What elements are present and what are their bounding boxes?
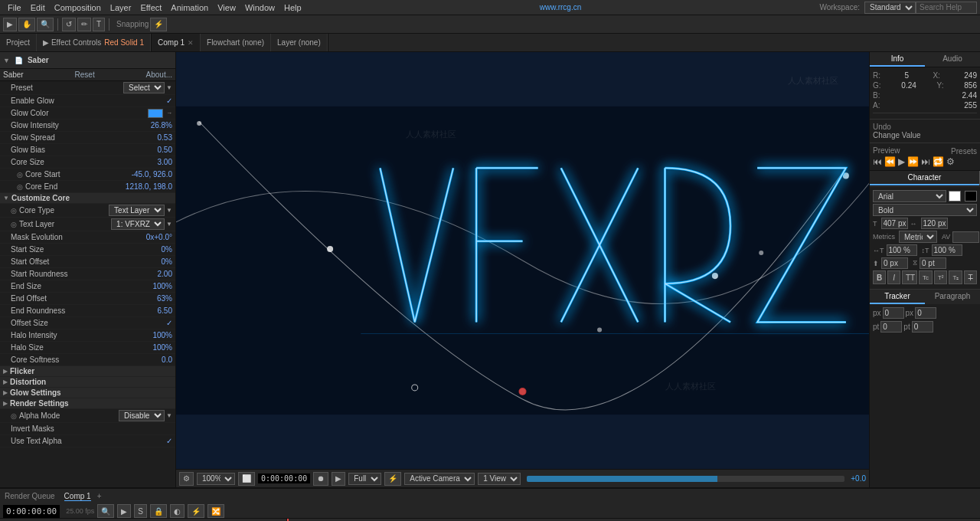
preview-next-btn[interactable]: ⏩: [907, 156, 919, 167]
comp-preview-btn[interactable]: ▶: [332, 472, 345, 486]
ec-glow-intensity-value[interactable]: 26.8%: [151, 121, 172, 129]
search-input[interactable]: [916, 2, 977, 14]
quality-selector[interactable]: Full: [348, 473, 381, 485]
char-tsume-input[interactable]: [920, 257, 946, 269]
ec-flicker-header[interactable]: ▶ Flicker: [0, 366, 175, 377]
menu-file[interactable]: File: [3, 3, 26, 12]
char-sub-btn[interactable]: T₂: [949, 270, 962, 284]
tl-shy-btn[interactable]: ◐: [170, 504, 185, 518]
preview-settings-btn[interactable]: ⚙: [946, 156, 955, 167]
char-kern-input[interactable]: [952, 231, 979, 243]
char-strike-btn[interactable]: T: [964, 270, 977, 284]
tl-preview-btn[interactable]: ▶: [117, 504, 131, 518]
menu-composition[interactable]: Composition: [50, 3, 106, 12]
tl-frame-mix-btn[interactable]: 🔀: [207, 504, 224, 518]
tool-pen[interactable]: ✏: [77, 18, 91, 31]
ec-end-offset-value[interactable]: 63%: [157, 294, 172, 303]
tool-select[interactable]: ▶: [3, 18, 17, 31]
preview-last-btn[interactable]: ⏭: [921, 156, 930, 167]
ec-core-end-value[interactable]: 1218.0, 198.0: [126, 182, 172, 191]
tab-comp1[interactable]: Comp 1 ✕: [152, 34, 201, 51]
tab-character[interactable]: Character: [870, 171, 979, 185]
ec-use-text-alpha-check[interactable]: ✓: [166, 437, 172, 445]
char-baseline-input[interactable]: [881, 257, 908, 269]
char-caps-btn[interactable]: TT: [902, 270, 917, 284]
preview-loop-btn[interactable]: 🔁: [933, 156, 944, 167]
comp-region-btn[interactable]: ⬜: [238, 472, 255, 486]
timeline-tab-add[interactable]: +: [97, 492, 102, 500]
ec-render-settings-header[interactable]: ▶ Render Settings: [0, 398, 175, 409]
char-metrics-selector[interactable]: Metrics: [899, 231, 937, 243]
tool-zoom[interactable]: 🔍: [37, 18, 54, 31]
workspace-selector[interactable]: Standard: [864, 2, 916, 14]
ec-core-start-value[interactable]: -45.0, 926.0: [132, 170, 172, 179]
ec-glow-settings-header[interactable]: ▶ Glow Settings: [0, 388, 175, 398]
ec-distortion-header[interactable]: ▶ Distortion: [0, 377, 175, 388]
tab-project[interactable]: Project: [0, 34, 37, 51]
ec-halo-intensity-value[interactable]: 100%: [152, 331, 172, 339]
menu-help[interactable]: Help: [279, 3, 306, 12]
tab-effect-controls[interactable]: ▶ Effect Controls Red Solid 1: [37, 34, 151, 51]
char-font-selector[interactable]: Arial: [873, 190, 946, 202]
ec-end-size-value[interactable]: 100%: [152, 282, 172, 290]
char-size-input[interactable]: [881, 218, 908, 229]
tl-solo-btn[interactable]: S: [134, 504, 147, 518]
comp-fast-preview-btn[interactable]: ⚡: [384, 472, 401, 486]
char-style-selector[interactable]: Bold: [873, 204, 977, 216]
view-selector[interactable]: Active Camera: [404, 473, 475, 485]
ec-customize-core-header[interactable]: ▼ Customize Core: [0, 193, 175, 204]
ec-reset-btn[interactable]: Reset: [75, 70, 95, 79]
tracker-px2-input[interactable]: [915, 307, 936, 319]
tab-audio[interactable]: Audio: [925, 52, 980, 67]
tool-rotate[interactable]: ↺: [62, 18, 76, 31]
ec-halo-size-value[interactable]: 100%: [152, 343, 172, 352]
tab-info[interactable]: Info: [870, 52, 925, 67]
menu-view[interactable]: View: [213, 3, 240, 12]
char-super-btn[interactable]: T²: [934, 270, 948, 284]
ec-text-layer-dropdown[interactable]: 1: VFXRZ: [111, 218, 165, 230]
char-bold-btn[interactable]: B: [873, 270, 886, 284]
char-tracking-input[interactable]: [921, 218, 948, 229]
ec-offset-size-check[interactable]: ✓: [166, 319, 172, 327]
ec-about-btn[interactable]: About...: [146, 70, 172, 79]
tab-tracker[interactable]: Tracker: [870, 290, 925, 304]
comp-settings-btn[interactable]: ⚙: [179, 472, 194, 486]
tl-draft-btn[interactable]: ⚡: [188, 504, 204, 518]
tool-hand[interactable]: ✋: [18, 18, 35, 31]
ec-start-offset-value[interactable]: 0%: [162, 257, 172, 266]
tracker-pt-input[interactable]: [880, 321, 902, 333]
ec-start-size-value[interactable]: 0%: [162, 245, 172, 254]
tab-layer[interactable]: Layer (none): [271, 34, 328, 51]
char-scale-v-input[interactable]: [932, 244, 962, 256]
char-smallcaps-btn[interactable]: Tc: [919, 270, 933, 284]
tracker-px-input[interactable]: [883, 307, 904, 319]
comp1-timeline-tab[interactable]: Comp 1: [64, 492, 91, 501]
ec-enable-glow-check[interactable]: ✓: [166, 97, 172, 105]
snapping-toggle[interactable]: ⚡: [150, 18, 167, 31]
tool-text[interactable]: T: [93, 18, 105, 31]
menu-window[interactable]: Window: [240, 3, 279, 12]
preview-prev-btn[interactable]: ⏪: [884, 156, 896, 167]
ec-core-softness-value[interactable]: 0.0: [162, 356, 172, 364]
tab-flowchart[interactable]: Flowchart (none): [201, 34, 271, 51]
ec-preset-dropdown[interactable]: Select: [123, 82, 165, 93]
tracker-pt2-input[interactable]: [912, 321, 933, 333]
tl-lock-btn[interactable]: 🔒: [150, 504, 167, 518]
ec-alpha-mode-dropdown[interactable]: Disable: [119, 410, 165, 421]
char-stroke-swatch[interactable]: [965, 191, 977, 202]
tl-search-btn[interactable]: 🔍: [97, 504, 114, 518]
ec-mask-evolution-value[interactable]: 0x+0.0°: [146, 233, 172, 241]
ec-core-type-dropdown[interactable]: Text Layer: [109, 205, 165, 216]
ec-glow-color-swatch[interactable]: [148, 109, 163, 118]
zoom-selector[interactable]: 100%: [197, 473, 235, 485]
ec-core-size-value[interactable]: 3.00: [158, 158, 172, 166]
ec-glow-bias-value[interactable]: 0.50: [158, 146, 172, 154]
char-fill-swatch[interactable]: [949, 191, 961, 202]
preview-play-btn[interactable]: ▶: [898, 156, 905, 167]
timeline-timecode[interactable]: 0:00:00:00: [3, 505, 60, 518]
menu-effect[interactable]: Effect: [136, 3, 166, 12]
ec-end-roundness-value[interactable]: 6.50: [158, 306, 172, 315]
menu-layer[interactable]: Layer: [106, 3, 136, 12]
ec-start-roundness-value[interactable]: 2.00: [158, 270, 172, 278]
composition-viewer[interactable]: 人人素材社区 人人素材社区 人人素材社区: [176, 52, 869, 469]
